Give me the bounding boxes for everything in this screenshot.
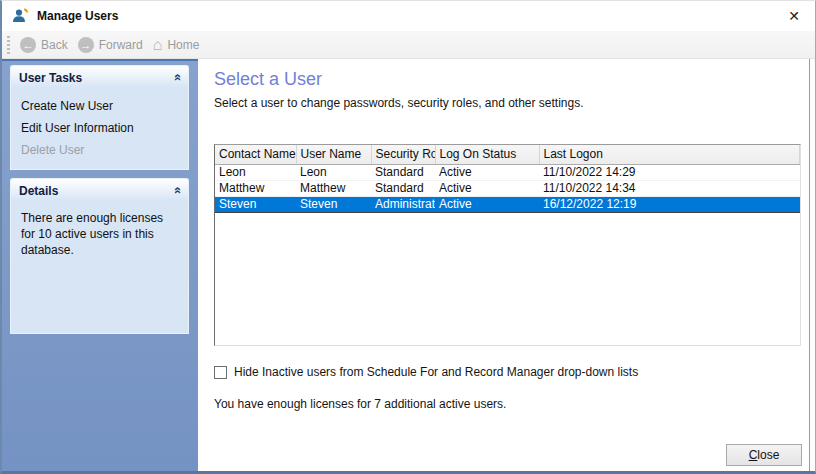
titlebar: Manage Users ✕ bbox=[2, 1, 815, 31]
table-row[interactable]: StevenStevenAdministratorActive16/12/202… bbox=[215, 196, 800, 212]
forward-button-label: Forward bbox=[99, 38, 143, 52]
toolbar-grip-handle[interactable] bbox=[7, 36, 10, 54]
home-icon: ⌂ bbox=[153, 37, 163, 53]
page-subtitle: Select a user to change passwords, secur… bbox=[214, 96, 584, 110]
table-cell: Standard bbox=[371, 164, 435, 180]
sidebar: User Tasks » Create New UserEdit User In… bbox=[2, 59, 198, 472]
home-button[interactable]: ⌂ Home bbox=[150, 33, 207, 57]
dialog-body: User Tasks » Create New UserEdit User In… bbox=[2, 59, 815, 472]
window-close-button[interactable]: ✕ bbox=[773, 1, 815, 31]
details-panel-header[interactable]: Details » bbox=[10, 178, 189, 202]
close-button[interactable]: Close bbox=[726, 444, 802, 466]
table-cell: Steven bbox=[296, 196, 371, 212]
table-cell: Standard bbox=[371, 180, 435, 196]
back-button[interactable]: ← Back bbox=[17, 33, 75, 57]
task-item[interactable]: Create New User bbox=[19, 95, 188, 117]
table-cell: Matthew bbox=[296, 180, 371, 196]
hide-inactive-row: Hide Inactive users from Schedule For an… bbox=[214, 365, 638, 379]
hide-inactive-label: Hide Inactive users from Schedule For an… bbox=[234, 365, 638, 379]
collapse-chevron-icon[interactable]: » bbox=[169, 74, 184, 81]
table-cell: Matthew bbox=[215, 180, 296, 196]
details-panel-body: There are enough licenses for 10 active … bbox=[10, 202, 189, 334]
user-tasks-list: Create New UserEdit User InformationDele… bbox=[10, 89, 189, 170]
task-item: Delete User bbox=[19, 139, 188, 161]
manage-users-icon bbox=[12, 8, 30, 24]
column-header[interactable]: Contact Name bbox=[215, 145, 296, 164]
table-row[interactable]: LeonLeonStandardActive11/10/2022 14:29 bbox=[215, 164, 800, 180]
column-header[interactable]: Last Logon bbox=[539, 145, 800, 164]
home-button-label: Home bbox=[167, 38, 199, 52]
forward-button[interactable]: → Forward bbox=[75, 33, 150, 57]
back-button-label: Back bbox=[41, 38, 68, 52]
column-header[interactable]: User Name bbox=[296, 145, 371, 164]
table-cell: Steven bbox=[215, 196, 296, 212]
table-header-row: Contact NameUser NameSecurity RoleLog On… bbox=[215, 145, 800, 164]
main-content: Select a User Select a user to change pa… bbox=[198, 59, 810, 472]
column-header[interactable]: Log On Status bbox=[435, 145, 539, 164]
page-title: Select a User bbox=[214, 69, 322, 90]
table-cell: Administrator bbox=[371, 196, 435, 212]
user-tasks-panel-title: User Tasks bbox=[19, 71, 82, 85]
collapse-chevron-icon[interactable]: » bbox=[169, 187, 184, 194]
user-tasks-panel-header[interactable]: User Tasks » bbox=[10, 65, 189, 89]
table-cell: Active bbox=[435, 164, 539, 180]
right-edge-strip bbox=[810, 59, 815, 472]
navigation-toolbar: ← Back → Forward ⌂ Home bbox=[2, 31, 815, 59]
close-icon: ✕ bbox=[788, 8, 800, 24]
table-cell: 11/10/2022 14:34 bbox=[539, 180, 800, 196]
column-header[interactable]: Security Role bbox=[371, 145, 435, 164]
table-cell: 11/10/2022 14:29 bbox=[539, 164, 800, 180]
details-panel-title: Details bbox=[19, 184, 58, 198]
hide-inactive-checkbox[interactable] bbox=[214, 366, 227, 379]
table-row[interactable]: MatthewMatthewStandardActive11/10/2022 1… bbox=[215, 180, 800, 196]
license-details-text: There are enough licenses for 10 active … bbox=[19, 208, 188, 258]
table-cell: 16/12/2022 12:19 bbox=[539, 196, 800, 212]
table-cell: Active bbox=[435, 180, 539, 196]
window-title: Manage Users bbox=[37, 9, 118, 23]
back-arrow-icon: ← bbox=[20, 37, 36, 53]
details-panel: Details » There are enough licenses for … bbox=[10, 178, 189, 334]
user-tasks-panel: User Tasks » Create New UserEdit User In… bbox=[10, 65, 189, 170]
manage-users-window: Manage Users ✕ ← Back → Forward ⌂ Home U… bbox=[0, 0, 816, 474]
task-item[interactable]: Edit User Information bbox=[19, 117, 188, 139]
table-cell: Leon bbox=[296, 164, 371, 180]
forward-arrow-icon: → bbox=[78, 37, 94, 53]
license-note: You have enough licenses for 7 additiona… bbox=[214, 397, 506, 411]
users-table: Contact NameUser NameSecurity RoleLog On… bbox=[214, 144, 801, 346]
table-cell: Active bbox=[435, 196, 539, 212]
table-cell: Leon bbox=[215, 164, 296, 180]
